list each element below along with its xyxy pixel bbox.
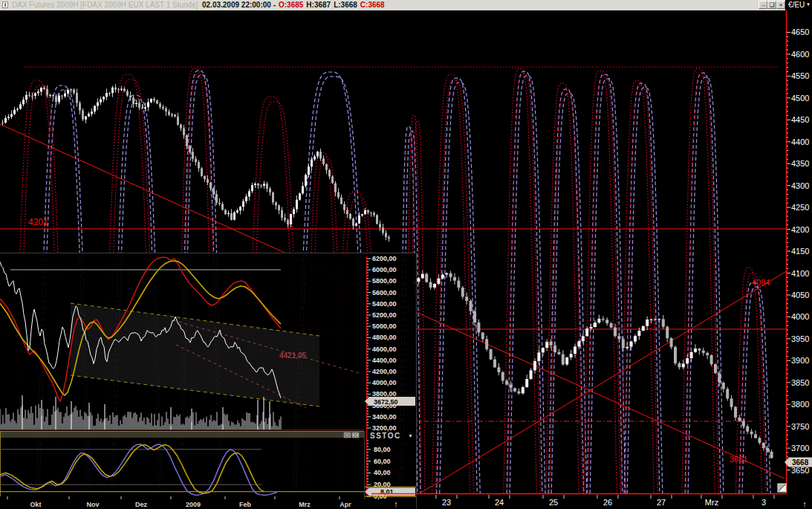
time-axis-label: 24 xyxy=(495,498,504,507)
inset-month-label: Feb xyxy=(239,501,252,508)
window-title: DAX Futures 2009H [FDAX 2009H EUX LAST 1… xyxy=(12,1,198,9)
resize-handle[interactable] xyxy=(778,484,786,492)
time-axis-label: 27 xyxy=(657,498,666,507)
detach-button[interactable]: → xyxy=(759,1,767,9)
price-axis-label: 4650 xyxy=(791,27,809,36)
stoch-indicator-label: SSTOC xyxy=(370,432,401,440)
chart-canvas[interactable]: 4201409436614421,056200,006000,005800,00… xyxy=(0,0,812,509)
price-axis-label: 4400 xyxy=(791,137,809,146)
inset-month-label: Dez xyxy=(135,501,148,508)
trendline-label-4094: 4094 xyxy=(752,278,770,287)
price-axis-label: 4550 xyxy=(791,71,809,80)
inset-axis-label: 5400,00 xyxy=(372,300,397,308)
inset-axis-label: 3800,00 xyxy=(372,390,397,398)
stoch-axis-label: 80,00 xyxy=(374,446,391,453)
price-axis-label: 3700 xyxy=(791,444,809,453)
price-axis-label: 3900 xyxy=(791,356,809,365)
inset-axis-label: 5600,00 xyxy=(372,289,397,296)
inset-month-label: 2009 xyxy=(186,501,201,508)
inset-axis-label: 4400,00 xyxy=(372,357,397,364)
stoch-dropdown-icon[interactable]: ▼ xyxy=(408,433,413,438)
price-axis-label: 4600 xyxy=(791,50,809,59)
price-axis-label: 4100 xyxy=(791,269,809,278)
datetime-text: 02.03.2009 22:00:00 - xyxy=(202,1,276,9)
close-value: C:3668 xyxy=(360,1,385,9)
instrument-label: €/EU xyxy=(788,1,805,9)
inset-month-label: Mrz xyxy=(299,501,311,508)
time-axis-label: 3 xyxy=(761,498,766,507)
level-label-4201: 4201 xyxy=(28,217,48,227)
price-axis-label: 4300 xyxy=(791,181,809,190)
inset-axis-label: 6200,00 xyxy=(372,255,397,262)
ohlc-readout: 02.03.2009 22:00:00 -O:3685H:3687L:3668C… xyxy=(202,1,388,9)
inset-axis-label: 4000,00 xyxy=(372,379,397,386)
open-value: O:3685 xyxy=(279,1,303,9)
svg-text:3668: 3668 xyxy=(792,458,809,467)
price-axis-label: 4250 xyxy=(791,203,809,212)
restore-button[interactable]: ❏ xyxy=(767,1,776,9)
high-value: H:3687 xyxy=(306,1,331,9)
stoch-axis-label: 20,00 xyxy=(374,481,391,488)
inset-axis-label: 3400,00 xyxy=(372,413,397,421)
price-axis-label: 4450 xyxy=(791,115,809,124)
main-price-axis[interactable]: 4650460045504500445044004350430042504200… xyxy=(785,10,812,493)
time-axis-label: 23 xyxy=(442,498,451,507)
price-axis-label: 3950 xyxy=(791,334,809,343)
trading-app-window: DAX Futures 2009H [FDAX 2009H EUX LAST 1… xyxy=(0,0,812,509)
main-time-axis[interactable]: 2324252627Mrz3 xyxy=(371,494,786,508)
inset-axis-label: 4200,00 xyxy=(372,368,397,375)
svg-text:8,01: 8,01 xyxy=(380,488,394,496)
inset-restore-icon[interactable] xyxy=(344,432,351,438)
price-axis-label: 3800 xyxy=(791,400,809,409)
system-menu-icon[interactable] xyxy=(2,1,8,8)
price-axis-label: 4200 xyxy=(791,225,809,234)
inset-month-label: Okt xyxy=(30,501,41,508)
inset-chart-window[interactable]: 4421,056200,006000,005800,005600,005400,… xyxy=(0,253,417,509)
channel-value-label: 4421,05 xyxy=(279,351,307,360)
candles-left-section xyxy=(1,84,390,241)
close-button[interactable]: × xyxy=(776,1,785,9)
inset-axis-label: 5800,00 xyxy=(372,277,397,285)
inset-axis-label: 4800,00 xyxy=(372,334,397,341)
inset-axis-label: 3200,00 xyxy=(372,424,397,432)
price-axis-label: 4350 xyxy=(791,159,809,168)
scroll-up-arrow-icon[interactable]: ↑ xyxy=(394,499,398,508)
scroll-up-arrow-icon[interactable]: ↑ xyxy=(802,499,807,508)
inset-month-label: Nov xyxy=(86,501,99,508)
price-axis-label: 3750 xyxy=(791,422,809,431)
price-axis-label: 4000 xyxy=(791,312,809,321)
inset-panel-separator[interactable] xyxy=(0,432,364,438)
stoch-axis-label: 60,00 xyxy=(374,458,391,465)
inset-month-label: Apr xyxy=(340,501,351,508)
chevron-down-icon: ▼ xyxy=(806,2,811,7)
svg-text:3672,50: 3672,50 xyxy=(374,398,398,406)
inset-axis-label: 5000,00 xyxy=(372,322,397,330)
price-axis-label: 4050 xyxy=(791,291,809,299)
instrument-selector[interactable]: €/EU ▼ xyxy=(785,0,812,10)
trendline-label-3661: 3661 xyxy=(730,455,747,464)
time-axis-label: 26 xyxy=(603,498,612,507)
inset-axis-label: 6000,00 xyxy=(372,266,397,273)
time-axis-label: 25 xyxy=(549,498,558,507)
inset-close-icon[interactable] xyxy=(352,432,359,438)
low-value: L:3668 xyxy=(334,1,357,9)
inset-axis-label: 4600,00 xyxy=(372,346,397,353)
title-bar: DAX Futures 2009H [FDAX 2009H EUX LAST 1… xyxy=(0,0,785,10)
stoch-axis-label: 40,00 xyxy=(374,469,391,476)
inset-axis-label: 5200,00 xyxy=(372,311,397,319)
time-axis-label: Mrz xyxy=(705,498,718,507)
price-axis-label: 4500 xyxy=(791,94,809,103)
price-axis-label: 4150 xyxy=(791,247,809,256)
price-axis-label: 3850 xyxy=(791,378,809,387)
